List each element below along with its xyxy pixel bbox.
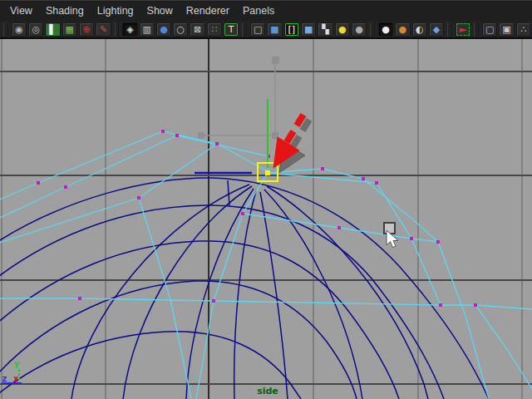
half-shade-sphere-icon[interactable]: ◐ [412,22,427,37]
isolate-select-brackets-icon[interactable]: [] [284,22,299,37]
flat-sphere-icon[interactable]: ● [352,22,367,37]
cv-hull-line[interactable] [0,131,268,200]
cv-point[interactable] [474,303,477,307]
cv-point[interactable] [215,142,219,145]
image-plane-icon[interactable]: ▦ [62,22,77,37]
viewport-side[interactable]: y x z side [0,39,532,399]
crossed-box-icon[interactable]: ⊠ [190,22,204,37]
layer-stack-icon[interactable]: ▣ [499,22,514,37]
hypergraph-nodes-icon[interactable]: ∴ [516,22,531,37]
view-label: side [257,386,278,397]
menu-item-shading[interactable]: Shading [39,2,91,19]
cv-point[interactable] [436,240,440,244]
toolbar-separator [447,23,452,36]
cv-point[interactable] [410,237,413,240]
shaded-sphere-icon[interactable]: ● [156,22,171,37]
toolbar: ◉◎▌▦⊕✎◈▥●○⊠∷T▢■[]■▚●●●●◐◆►▢▣∴ [0,22,532,39]
cv-hull-line[interactable] [475,305,532,389]
axis-gizmo: y x z [2,358,22,384]
menu-item-renderer[interactable]: Renderer [180,2,236,19]
menu-bar: ViewShadingLightingShowRendererPanels [0,0,532,22]
cv-point[interactable] [375,181,378,185]
render-camera-icon[interactable]: ◉ [12,22,27,37]
menu-item-lighting[interactable]: Lighting [91,2,140,19]
marquee-square-icon [384,223,395,234]
axis-y-label: y [14,358,20,369]
cv-point[interactable] [37,181,40,185]
bookmark-book-icon[interactable]: ▌ [45,22,60,37]
menu-item-show[interactable]: Show [140,2,180,19]
cv-point[interactable] [241,212,244,215]
scene-svg: y x z side [0,39,532,399]
cv-point[interactable] [175,134,179,137]
cv-point[interactable] [78,297,81,300]
snap-target-icon[interactable]: ⊕ [79,22,94,37]
menu-item-view[interactable]: View [3,2,39,19]
manipulator-handle[interactable] [198,132,204,139]
toolbar-separator [242,23,247,36]
particle-dots-icon[interactable]: ∷ [207,22,222,37]
grid-layer [0,39,532,399]
toolbar-separator [3,23,8,36]
selected-cv-point[interactable] [265,170,270,175]
cv-point[interactable] [439,303,442,307]
wireframe-cube-icon[interactable]: ▢ [250,22,265,37]
menu-item-panels[interactable]: Panels [236,2,281,19]
cv-hull-line[interactable] [268,169,489,399]
mouse-cursor [384,223,398,248]
toolbar-separator [115,23,120,36]
film-gate-icon[interactable]: ▥ [140,22,155,37]
manipulator-handle[interactable] [272,57,279,64]
cv-point[interactable] [137,196,140,200]
text-tool-icon[interactable]: T [224,22,239,37]
light-glow-icon[interactable]: ● [335,22,350,37]
cv-point[interactable] [161,130,165,133]
shaded-cube-icon[interactable]: ■ [267,22,282,37]
gizmo-cube-icon[interactable]: ◆ [429,22,444,37]
outline-cube-icon[interactable]: ▢ [482,22,497,37]
view-diamond-icon[interactable]: ◈ [122,22,137,37]
smooth-shade-sphere-icon[interactable]: ● [378,22,393,37]
textured-cube-icon[interactable]: ■ [301,22,316,37]
cv-point[interactable] [64,185,67,189]
orange-material-sphere-icon[interactable]: ● [395,22,410,37]
marquee-select-tool-icon[interactable]: ► [456,22,470,37]
cv-hull-line[interactable] [139,198,191,399]
cv-point[interactable] [212,299,215,303]
cv-point[interactable] [321,167,324,170]
toolbar-separator [370,23,375,36]
camera-attributes-icon[interactable]: ◎ [28,22,43,37]
eraser-pen-icon[interactable]: ✎ [96,22,111,37]
cv-point[interactable] [337,226,341,229]
cv-point[interactable] [362,177,365,180]
toolbar-separator [474,23,479,36]
checker-sphere-icon[interactable]: ▚ [318,22,332,37]
wire-ring-icon[interactable]: ○ [173,22,188,37]
